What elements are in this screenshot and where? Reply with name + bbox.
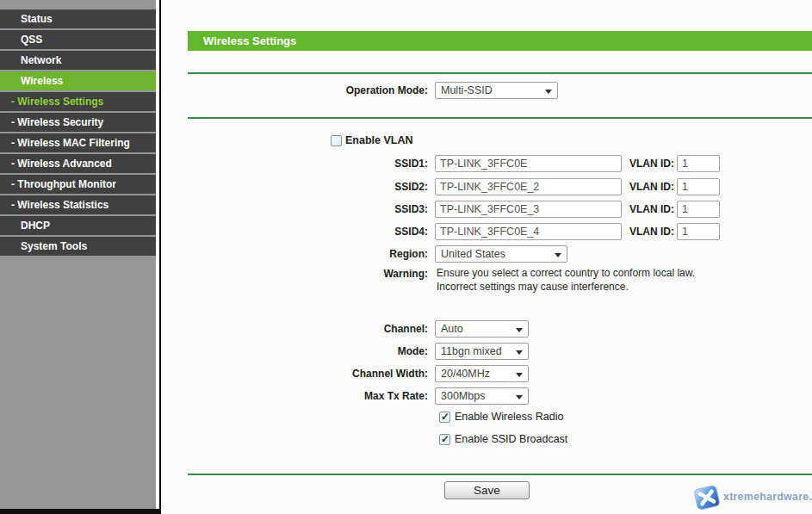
max-tx-rate-label: Max Tx Rate: bbox=[364, 390, 428, 402]
ssid2-input[interactable] bbox=[435, 178, 622, 195]
divider-top bbox=[188, 72, 812, 74]
xtremehardware-logo-icon bbox=[692, 482, 722, 513]
router-admin-page: Status QSS Network Wireless - Wireless S… bbox=[0, 0, 812, 514]
region-value: United States bbox=[441, 248, 505, 260]
sidebar-item-network[interactable]: Network bbox=[0, 51, 156, 70]
sidebar-item-status[interactable]: Status bbox=[0, 9, 156, 28]
ssid3-input[interactable] bbox=[435, 201, 622, 218]
channel-width-select[interactable]: 20/40MHz bbox=[435, 365, 529, 382]
max-tx-rate-value: 300Mbps bbox=[441, 390, 485, 402]
channel-width-value: 20/40MHz bbox=[441, 368, 490, 380]
channel-width-label: Channel Width: bbox=[352, 368, 428, 380]
vlan-id2-label: VLAN ID: bbox=[629, 181, 674, 193]
enable-vlan-checkbox[interactable] bbox=[331, 135, 342, 146]
vlan-id4-label: VLAN ID: bbox=[629, 226, 674, 238]
ssid4-input[interactable] bbox=[435, 223, 622, 240]
region-label: Region: bbox=[389, 248, 428, 260]
warning-label: Warning: bbox=[383, 268, 428, 280]
enable-ssid-broadcast-label: Enable SSID Broadcast bbox=[455, 433, 567, 446]
chevron-down-icon bbox=[545, 90, 552, 94]
sidebar-menu: Status QSS Network Wireless - Wireless S… bbox=[0, 9, 156, 257]
enable-vlan-label: Enable VLAN bbox=[345, 134, 413, 147]
ssid1-input[interactable] bbox=[435, 155, 622, 172]
vlan-id2-input[interactable] bbox=[677, 178, 720, 195]
save-button[interactable]: Save bbox=[444, 481, 530, 499]
operation-mode-select[interactable]: Multi-SSID bbox=[435, 82, 558, 99]
divider-operation-mode bbox=[188, 117, 812, 119]
sidebar-item-dhcp[interactable]: DHCP bbox=[0, 216, 156, 235]
sidebar-item-wireless-statistics[interactable]: - Wireless Statistics bbox=[0, 195, 156, 214]
sidebar-item-wireless-security[interactable]: - Wireless Security bbox=[0, 113, 156, 132]
vlan-id1-label: VLAN ID: bbox=[629, 158, 674, 170]
ssid3-label: SSID3: bbox=[394, 203, 428, 215]
chevron-down-icon bbox=[516, 395, 523, 399]
vlan-id3-input[interactable] bbox=[677, 201, 720, 218]
enable-wireless-radio-checkbox[interactable] bbox=[439, 412, 450, 423]
channel-select[interactable]: Auto bbox=[435, 320, 529, 338]
mode-value: 11bgn mixed bbox=[441, 345, 502, 357]
watermark: xtremehardware.com bbox=[692, 480, 812, 514]
sidebar-bottom-strip bbox=[0, 509, 161, 514]
sidebar-item-wireless-advanced[interactable]: - Wireless Advanced bbox=[0, 154, 156, 173]
ssid4-label: SSID4: bbox=[394, 226, 428, 238]
sidebar-item-wireless-mac-filtering[interactable]: - Wireless MAC Filtering bbox=[0, 133, 156, 152]
warning-line1: Ensure you select a correct country to c… bbox=[437, 266, 695, 280]
enable-wireless-radio-label: Enable Wireless Radio bbox=[455, 411, 563, 424]
mode-label: Mode: bbox=[398, 345, 428, 357]
vlan-id1-input[interactable] bbox=[677, 155, 720, 172]
chevron-down-icon bbox=[516, 373, 523, 377]
operation-mode-label: Operation Mode: bbox=[346, 84, 428, 96]
max-tx-rate-select[interactable]: 300Mbps bbox=[435, 387, 529, 405]
sidebar-item-wireless[interactable]: Wireless bbox=[0, 71, 156, 90]
divider-bottom bbox=[188, 474, 812, 475]
sidebar-item-throughput-monitor[interactable]: - Throughput Monitor bbox=[0, 175, 156, 194]
operation-mode-value: Multi-SSID bbox=[441, 84, 493, 96]
ssid2-label: SSID2: bbox=[394, 181, 428, 193]
sidebar-item-qss[interactable]: QSS bbox=[0, 30, 156, 49]
vlan-id3-label: VLAN ID: bbox=[629, 203, 674, 215]
watermark-text: xtremehardware.com bbox=[723, 491, 812, 503]
channel-value: Auto bbox=[441, 323, 463, 335]
region-select[interactable]: United States bbox=[435, 245, 567, 263]
sidebar-item-system-tools[interactable]: System Tools bbox=[0, 237, 156, 256]
sidebar-item-wireless-settings[interactable]: - Wireless Settings bbox=[0, 92, 156, 111]
warning-line2: Incorrect settings may cause interferenc… bbox=[437, 280, 629, 294]
channel-label: Channel: bbox=[384, 323, 428, 335]
chevron-down-icon bbox=[516, 350, 523, 355]
vlan-id4-input[interactable] bbox=[677, 223, 720, 240]
chevron-down-icon bbox=[516, 328, 523, 332]
ssid1-label: SSID1: bbox=[394, 158, 428, 170]
enable-ssid-broadcast-checkbox[interactable] bbox=[439, 434, 450, 445]
sidebar: Status QSS Network Wireless - Wireless S… bbox=[0, 0, 156, 514]
chevron-down-icon bbox=[555, 253, 561, 257]
page-title: Wireless Settings bbox=[188, 31, 812, 51]
mode-select[interactable]: 11bgn mixed bbox=[435, 343, 529, 360]
